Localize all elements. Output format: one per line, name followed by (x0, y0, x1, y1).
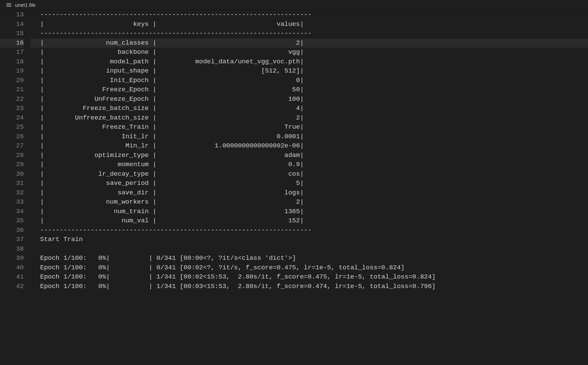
code-line[interactable]: | keys | values| (31, 20, 588, 29)
code-line[interactable]: | backbone | vgg| (31, 48, 588, 57)
line-number: 40 (0, 263, 24, 273)
line-number: 20 (0, 76, 24, 85)
code-area[interactable]: ----------------------------------------… (31, 10, 588, 365)
code-line[interactable]: | Freeze_Epoch | 50| (31, 85, 588, 95)
code-line[interactable]: | num_val | 152| (31, 216, 588, 226)
line-number: 41 (0, 272, 24, 282)
file-title: unet1.file (15, 2, 36, 8)
line-number: 33 (0, 197, 24, 207)
code-line[interactable]: | model_path | model_data/unet_vgg_voc.p… (31, 57, 588, 67)
line-number: 24 (0, 113, 24, 123)
code-line[interactable]: ----------------------------------------… (31, 29, 588, 38)
line-number: 26 (0, 132, 24, 142)
code-line[interactable]: | lr_decay_type | cos| (31, 170, 588, 179)
line-number: 35 (0, 216, 24, 226)
line-number: 30 (0, 170, 24, 179)
code-line[interactable]: | save_period | 5| (31, 179, 588, 188)
code-line[interactable]: | input_shape | [512, 512]| (31, 66, 588, 76)
code-line[interactable]: Epoch 1/100: 0%| | 0/341 [00:00<?, ?it/s… (31, 254, 588, 263)
line-number: 13 (0, 10, 24, 20)
code-line[interactable]: | UnFreeze_Epoch | 100| (31, 95, 588, 104)
code-line[interactable]: Epoch 1/100: 0%| | 0/341 [00:02<?, ?it/s… (31, 263, 588, 273)
line-number: 23 (0, 104, 24, 113)
line-number: 37 (0, 235, 24, 244)
line-number: 21 (0, 85, 24, 95)
code-line[interactable]: ----------------------------------------… (31, 226, 588, 235)
code-line[interactable]: | optimizer_type | adam| (31, 151, 588, 160)
line-number: 32 (0, 188, 24, 198)
code-line[interactable]: | save_dir | logs| (31, 188, 588, 198)
code-line[interactable]: Epoch 1/100: 0%| | 1/341 [00:03<15:53, 2… (31, 282, 588, 291)
code-line[interactable]: | Unfreeze_batch_size | 2| (31, 113, 588, 123)
line-number: 14 (0, 20, 24, 29)
code-line[interactable]: ----------------------------------------… (31, 10, 588, 20)
line-number-gutter: 1314151617181920212223242526272829303132… (0, 10, 31, 365)
code-line[interactable]: | Freeze_Train | True| (31, 123, 588, 132)
line-number: 34 (0, 207, 24, 217)
line-number: 19 (0, 66, 24, 76)
code-line[interactable]: | Freeze_batch_size | 4| (31, 104, 588, 113)
code-line[interactable]: | Init_Epoch | 0| (31, 76, 588, 85)
code-line[interactable]: | momentum | 0.9| (31, 160, 588, 170)
line-number: 22 (0, 95, 24, 104)
svg-rect-2 (6, 6, 11, 7)
line-number: 31 (0, 179, 24, 188)
editor[interactable]: 1314151617181920212223242526272829303132… (0, 10, 588, 365)
line-number: 28 (0, 151, 24, 160)
line-number: 18 (0, 57, 24, 67)
line-number: 25 (0, 123, 24, 132)
line-number: 27 (0, 141, 24, 151)
code-line[interactable]: | num_classes | 2| (31, 38, 588, 48)
line-number: 42 (0, 282, 24, 291)
line-number: 29 (0, 160, 24, 170)
svg-rect-1 (6, 5, 11, 5)
line-number: 15 (0, 29, 24, 38)
menu-icon[interactable] (6, 2, 12, 8)
code-line[interactable]: Epoch 1/100: 0%| | 1/341 [00:02<15:53, 2… (31, 272, 588, 282)
code-line[interactable]: | num_train | 1365| (31, 207, 588, 217)
code-line[interactable]: | Min_lr | 1.0000000000000002e-06| (31, 141, 588, 151)
line-number: 16 (0, 38, 24, 48)
svg-rect-0 (6, 3, 11, 4)
code-line[interactable]: | Init_lr | 0.0001| (31, 132, 588, 142)
line-number: 38 (0, 244, 24, 254)
line-number: 17 (0, 48, 24, 57)
code-line[interactable]: | num_workers | 2| (31, 197, 588, 207)
code-line[interactable] (31, 244, 588, 254)
line-number: 39 (0, 254, 24, 263)
code-line[interactable]: Start Train (31, 235, 588, 244)
line-number: 36 (0, 226, 24, 235)
titlebar: unet1.file (0, 0, 588, 10)
